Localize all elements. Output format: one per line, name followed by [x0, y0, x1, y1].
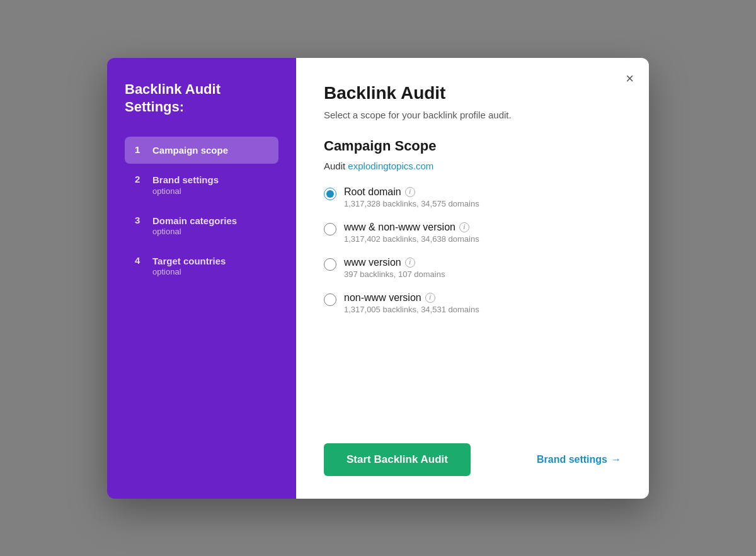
sidebar: Backlink Audit Settings: 1 Campaign scop… [107, 58, 296, 499]
close-button[interactable]: × [623, 69, 636, 88]
radio-wrap-nonwww[interactable] [324, 293, 336, 309]
option-title-www: www version i [344, 257, 445, 268]
radio-root[interactable] [324, 188, 336, 200]
sidebar-item-campaign-scope[interactable]: 1 Campaign scope [125, 137, 278, 164]
option-item-www-nonwww[interactable]: www & non-www version i 1,317,402 backli… [324, 222, 621, 244]
radio-wrap-www[interactable] [324, 258, 336, 273]
option-stats-www-nonwww: 1,317,402 backlinks, 34,638 domains [344, 234, 479, 244]
nav-number-1: 1 [135, 144, 145, 155]
nav-number-3: 3 [135, 215, 145, 225]
option-title-nonwww: non-www version i [344, 292, 479, 304]
page-subtitle: Select a scope for your backlink profile… [324, 110, 621, 120]
sidebar-title: Backlink Audit Settings: [125, 81, 278, 116]
nav-number-4: 4 [135, 255, 145, 266]
radio-www-nonwww[interactable] [324, 223, 336, 235]
sidebar-item-target-countries[interactable]: 4 Target countriesoptional [125, 247, 278, 285]
sidebar-item-domain-categories[interactable]: 3 Domain categoriesoptional [125, 207, 278, 245]
nav-label-3: Domain categoriesoptional [152, 215, 237, 237]
options-list: Root domain i 1,317,328 backlinks, 34,57… [324, 186, 621, 413]
nav-label-2: Brand settingsoptional [152, 174, 219, 196]
option-item-nonwww[interactable]: non-www version i 1,317,005 backlinks, 3… [324, 292, 621, 315]
option-item-root[interactable]: Root domain i 1,317,328 backlinks, 34,57… [324, 186, 621, 209]
info-icon-nonwww[interactable]: i [425, 293, 435, 303]
section-title: Campaign Scope [324, 138, 621, 154]
nav-number-2: 2 [135, 174, 145, 184]
info-icon-root[interactable]: i [405, 187, 415, 197]
option-stats-nonwww: 1,317,005 backlinks, 34,531 domains [344, 305, 479, 314]
modal-footer: Start Backlink Audit Brand settings → [324, 426, 621, 476]
radio-nonwww[interactable] [324, 293, 336, 306]
main-content: × Backlink Audit Select a scope for your… [296, 58, 649, 499]
audit-domain-line: Audit explodingtopics.com [324, 161, 621, 171]
brand-settings-button[interactable]: Brand settings → [537, 454, 621, 465]
nav-sub-4: optional [152, 267, 226, 278]
option-label-nonwww[interactable]: non-www version i 1,317,005 backlinks, 3… [344, 292, 479, 315]
audit-prefix: Audit [324, 161, 348, 171]
audit-domain-link[interactable]: explodingtopics.com [348, 161, 433, 171]
radio-wrap-www-nonwww[interactable] [324, 223, 336, 238]
brand-settings-label: Brand settings [537, 454, 607, 465]
option-stats-root: 1,317,328 backlinks, 34,575 domains [344, 199, 479, 208]
info-icon-www-nonwww[interactable]: i [459, 222, 469, 232]
option-label-www[interactable]: www version i 397 backlinks, 107 domains [344, 257, 445, 280]
radio-wrap-root[interactable] [324, 188, 336, 203]
radio-www[interactable] [324, 258, 336, 271]
option-title-root: Root domain i [344, 186, 479, 198]
next-arrow-icon: → [611, 454, 621, 465]
option-title-www-nonwww: www & non-www version i [344, 222, 479, 233]
nav-label-4: Target countriesoptional [152, 255, 226, 278]
option-stats-www: 397 backlinks, 107 domains [344, 269, 445, 279]
nav-label-1: Campaign scope [152, 144, 228, 157]
info-icon-www[interactable]: i [405, 258, 415, 268]
page-title: Backlink Audit [324, 83, 621, 103]
option-label-www-nonwww[interactable]: www & non-www version i 1,317,402 backli… [344, 222, 479, 244]
sidebar-nav: 1 Campaign scope 2 Brand settingsoptiona… [125, 137, 278, 286]
sidebar-item-brand-settings[interactable]: 2 Brand settingsoptional [125, 166, 278, 204]
modal-container: Backlink Audit Settings: 1 Campaign scop… [107, 58, 649, 499]
option-label-root[interactable]: Root domain i 1,317,328 backlinks, 34,57… [344, 186, 479, 209]
start-audit-button[interactable]: Start Backlink Audit [324, 443, 471, 476]
nav-sub-3: optional [152, 227, 237, 237]
option-item-www[interactable]: www version i 397 backlinks, 107 domains [324, 257, 621, 280]
nav-sub-2: optional [152, 186, 219, 197]
